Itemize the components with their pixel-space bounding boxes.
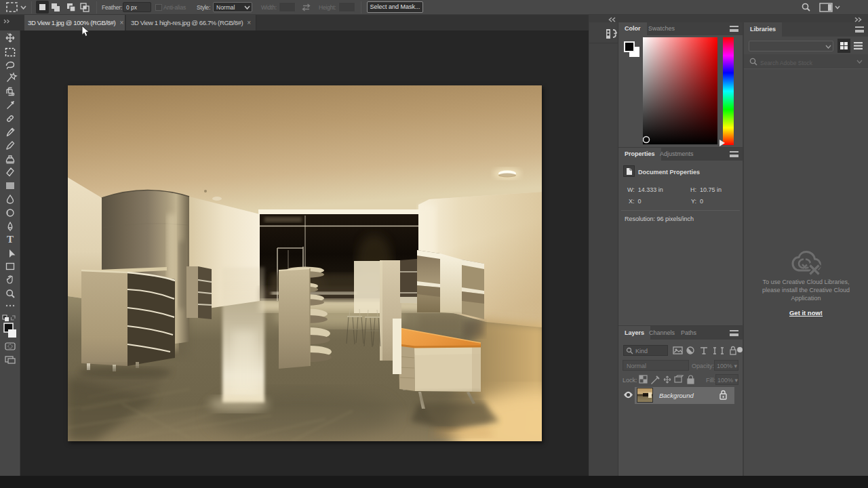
svg-text:T: T <box>7 234 14 245</box>
